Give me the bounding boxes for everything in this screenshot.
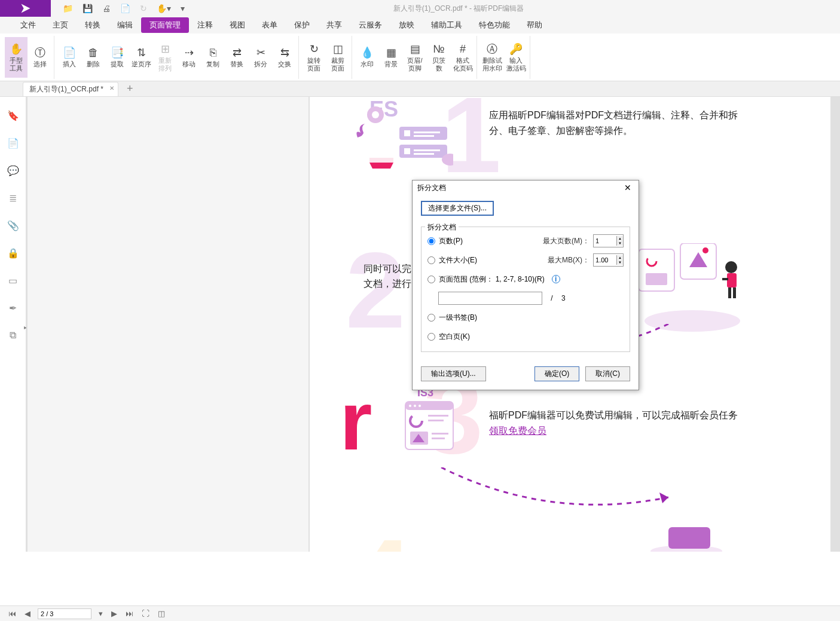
range-total: 3 [561,294,579,302]
radio-filesize-label[interactable]: 文件大小(E) [439,255,477,265]
open-icon[interactable]: 📁 [63,4,73,13]
ribbon-toolbar: ✋手型 工具 Ⓣ选择 📄插入 🗑删除 📑提取 ⇅逆页序 ⊞重新 排列 ⇢移动 ⎘… [0,33,840,81]
insert-button[interactable]: 📄插入 [58,37,81,78]
svg-rect-37 [432,433,448,435]
spin-up-icon[interactable]: ▲ [617,236,623,241]
comments-panel-icon[interactable]: 💬 [7,164,20,177]
activate-button[interactable]: 🔑输入 激活码 [505,37,527,78]
header-footer-button[interactable]: ▤页眉/ 页脚 [404,37,426,78]
qat-more-icon[interactable]: ▾ [181,4,185,13]
svg-rect-23 [728,287,731,298]
dialog-close-button[interactable]: ✕ [622,183,634,192]
replace-button[interactable]: ⇄替换 [225,37,248,78]
attachments-panel-icon[interactable]: 📎 [7,219,20,232]
svg-rect-3 [404,130,410,136]
radio-filesize[interactable] [427,256,435,264]
redo-icon[interactable]: ↻ [140,4,147,13]
spin-down-icon[interactable]: ▼ [617,241,623,246]
signatures-panel-icon[interactable]: ✒ [7,301,20,314]
menu-protect[interactable]: 保护 [286,17,318,33]
next-page-button[interactable]: ▶ [110,609,118,618]
add-tab-button[interactable]: + [127,82,133,95]
move-button[interactable]: ⇢移动 [178,37,200,78]
menu-edit[interactable]: 编辑 [109,17,141,33]
security-panel-icon[interactable]: 🔒 [7,246,20,259]
menu-file[interactable]: 文件 [12,17,44,33]
split-button[interactable]: ✂拆分 [249,37,272,78]
info-icon[interactable]: i [552,275,560,283]
menu-convert[interactable]: 转换 [77,17,109,33]
menu-annotate[interactable]: 注释 [189,17,221,33]
swap-icon: ⇆ [280,46,289,59]
touch-icon[interactable]: ✋▾ [157,4,171,13]
doc-text-2b: 文档，进行( [364,276,414,292]
compare-panel-icon[interactable]: ⧉ [7,329,20,342]
watermark-button[interactable]: 💧水印 [356,37,378,78]
max-mb-input[interactable] [594,256,616,264]
menu-accessibility[interactable]: 辅助工具 [423,17,471,33]
max-pages-input[interactable] [594,237,616,245]
svg-rect-7 [404,148,410,154]
extract-button[interactable]: 📑提取 [106,37,129,78]
document-tab[interactable]: 新人引导(1)_OCR.pdf * ✕ [23,82,118,96]
hand-tool-button[interactable]: ✋手型 工具 [5,37,28,78]
menu-form[interactable]: 表单 [253,17,286,33]
max-pages-spinner[interactable]: ▲▼ [593,234,624,247]
menu-bar: 文件 主页 转换 编辑 页面管理 注释 视图 表单 保护 共享 云服务 放映 辅… [0,17,840,33]
ok-button[interactable]: 确定(O) [534,366,579,381]
radio-bookmark[interactable] [427,314,435,322]
layers-panel-icon[interactable]: ≣ [7,191,20,204]
bookmark-panel-icon[interactable]: 🔖 [7,109,20,122]
fit-page-icon[interactable]: ⛶ [140,609,151,618]
page-dropdown-icon[interactable]: ▾ [97,609,104,618]
free-member-link[interactable]: 领取免费会员 [489,426,546,436]
select-more-files-button[interactable]: 选择更多文件(S)... [421,201,494,216]
menu-home[interactable]: 主页 [44,17,77,33]
rotate-button[interactable]: ↻旋转 页面 [303,37,325,78]
print-icon[interactable]: 🖨 [102,4,111,13]
radio-pages[interactable] [427,237,435,245]
format-page-button[interactable]: #格式 化页码 [451,37,474,78]
delete-trial-watermark-button[interactable]: Ⓐ删除试 用水印 [481,37,503,78]
spin-up-icon[interactable]: ▲ [617,255,623,260]
radio-bookmark-label[interactable]: 一级书签(B) [439,313,477,323]
output-options-button[interactable]: 输出选项(U)... [421,366,486,381]
spin-down-icon[interactable]: ▼ [617,260,623,265]
menu-view[interactable]: 视图 [221,17,253,33]
page-number-input[interactable] [38,608,91,619]
first-page-button[interactable]: ⏮ [7,609,17,618]
radio-blank[interactable] [427,333,435,341]
page-icon[interactable]: 📄 [120,4,130,13]
dialog-titlebar[interactable]: 拆分文档 ✕ [413,181,639,195]
title-bar: 📁 💾 🖨 📄 ↻ ✋▾ ▾ 新人引导(1)_OCR.pdf * - 福昕PDF… [0,0,840,17]
prev-page-button[interactable]: ◀ [23,609,32,618]
menu-slideshow[interactable]: 放映 [390,17,423,33]
delete-button[interactable]: 🗑删除 [82,37,105,78]
menu-share[interactable]: 共享 [318,17,350,33]
cancel-button[interactable]: 取消(C) [585,366,630,381]
close-tab-icon[interactable]: ✕ [109,85,114,91]
save-icon[interactable]: 💾 [83,4,93,13]
swap-button[interactable]: ⇆交换 [273,37,296,78]
menu-cloud[interactable]: 云服务 [350,17,390,33]
radio-range[interactable] [427,276,435,283]
crop-button[interactable]: ◫裁剪 页面 [326,37,349,78]
radio-blank-label[interactable]: 空白页(K) [439,332,470,342]
reverse-button[interactable]: ⇅逆页序 [130,37,152,78]
left-sidebar: 🔖 📄 💬 ≣ 📎 🔒 ▭ ✒ ⧉ ▸ [0,97,26,552]
menu-features[interactable]: 特色功能 [471,17,518,33]
radio-pages-label[interactable]: 页数(P) [439,236,463,246]
menu-page-manage[interactable]: 页面管理 [141,17,189,33]
fit-width-icon[interactable]: ◫ [157,609,166,618]
fields-panel-icon[interactable]: ▭ [7,274,20,287]
last-page-button[interactable]: ⏭ [124,609,135,618]
select-button[interactable]: Ⓣ选择 [29,37,51,78]
radio-range-label[interactable]: 页面范围 (范例： 1, 2-7, 8-10)(R) [439,274,545,285]
menu-help[interactable]: 帮助 [518,17,551,33]
max-mb-spinner[interactable]: ▲▼ [593,253,624,267]
bates-button[interactable]: №贝茨 数 [427,37,450,78]
copy-button[interactable]: ⎘复制 [201,37,224,78]
background-button[interactable]: ▦背景 [380,37,402,78]
pages-panel-icon[interactable]: 📄 [7,136,20,149]
page-range-input[interactable] [438,292,542,305]
